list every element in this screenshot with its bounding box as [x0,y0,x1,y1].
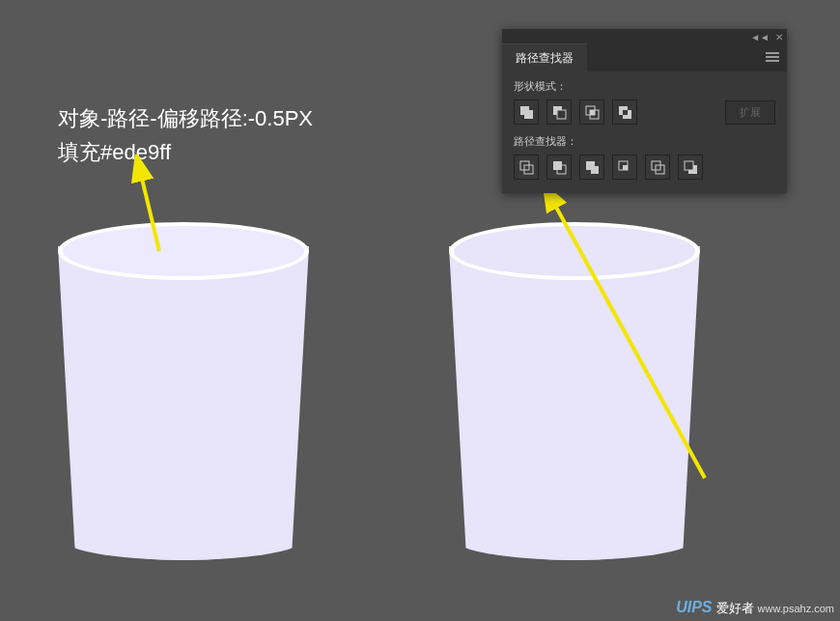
pathfinder-row [514,155,775,180]
panel-collapse-icon[interactable]: ◄◄ [750,32,770,42]
svg-rect-13 [623,110,628,115]
unite-button[interactable] [514,99,539,125]
watermark-logo: UIPS [676,599,712,616]
cup-right [449,222,700,560]
cup-left [58,222,309,560]
pathfinder-panel: ◄◄ ✕ 路径查找器 形状模式： 扩展 路径查找器： [502,29,787,193]
svg-rect-25 [685,161,693,170]
svg-rect-10 [590,110,595,115]
trim-button[interactable] [546,155,572,180]
pathfinder-label: 路径查找器： [514,134,775,149]
shape-mode-label: 形状模式： [514,79,775,94]
panel-close-icon[interactable]: ✕ [775,32,783,42]
svg-rect-21 [623,165,628,170]
minus-front-icon [551,104,567,120]
panel-tab-pathfinder[interactable]: 路径查找器 [502,43,587,72]
intersect-icon [584,104,600,120]
svg-rect-19 [591,166,599,174]
watermark: UIPS 爱好者 www.psahz.com [676,599,834,617]
minus-front-button[interactable] [546,99,572,125]
intersect-button[interactable] [579,99,604,125]
watermark-url: www.psahz.com [758,603,834,614]
annotation-text: 对象-路径-偏移路径:-0.5PX 填充#ede9ff [58,101,313,169]
cup-rim-inner [454,226,695,276]
outline-button[interactable] [645,155,670,180]
divide-button[interactable] [514,155,539,180]
annotation-line1: 对象-路径-偏移路径:-0.5PX [58,101,313,135]
minus-back-icon [683,159,698,175]
panel-tabs: 路径查找器 [502,44,787,71]
svg-rect-5 [524,110,533,119]
exclude-button[interactable] [612,99,637,125]
merge-icon [584,159,600,175]
divide-icon [518,159,534,175]
annotation-line2: 填充#ede9ff [58,135,313,169]
shape-mode-row: 扩展 [514,99,775,125]
expand-button[interactable]: 扩展 [725,100,775,125]
panel-menu-icon[interactable] [766,52,779,64]
trim-icon [551,159,567,175]
exclude-icon [617,104,632,120]
cup-bottom [75,512,292,560]
unite-icon [518,104,534,120]
crop-icon [617,159,632,175]
watermark-cn: 爱好者 [716,600,754,617]
merge-button[interactable] [579,155,604,180]
cup-rim-inner [63,226,304,276]
cup-bottom [466,512,683,560]
minus-back-button[interactable] [678,155,703,180]
crop-button[interactable] [612,155,637,180]
panel-body: 形状模式： 扩展 路径查找器： [502,71,787,193]
outline-icon [650,159,665,175]
svg-rect-7 [557,110,566,119]
panel-topbar: ◄◄ ✕ [502,29,787,44]
